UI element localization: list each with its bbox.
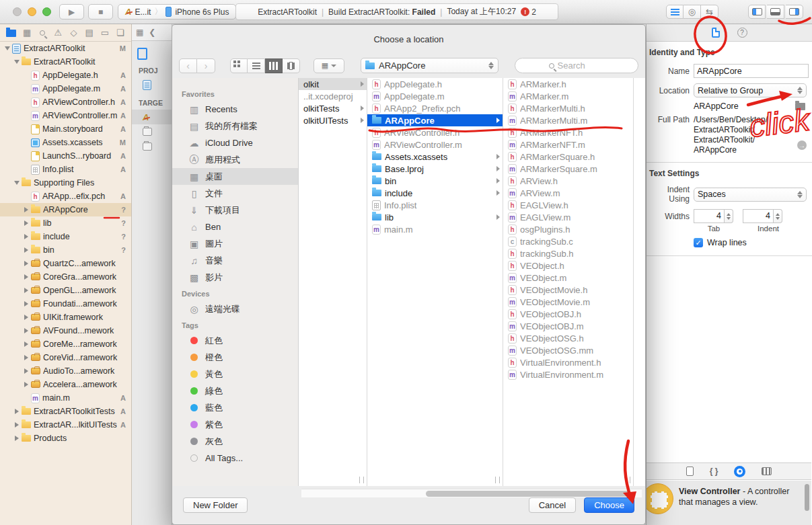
navigator-row[interactable]: UIKit.framework [0, 311, 131, 324]
wrap-lines-checkbox[interactable]: ✓ [694, 238, 703, 247]
version-editor-button[interactable]: ⇆ [701, 5, 718, 19]
sidebar-tag-item[interactable]: 灰色 [172, 433, 298, 450]
disclosure-triangle-icon[interactable] [24, 207, 28, 212]
browser-file-row[interactable]: hARMarkerMulti.h [503, 102, 633, 114]
browser-file-row[interactable]: hVirtualEnvironment.h [503, 356, 633, 368]
project-row[interactable] [132, 77, 172, 92]
stepper-arrows-icon[interactable] [725, 209, 733, 223]
navigator-row[interactable]: Accelera...amework [0, 378, 131, 391]
browser-file-row[interactable]: mARMarker.m [503, 90, 633, 102]
browser-file-row[interactable]: mVirtualEnvironment.m [503, 368, 633, 380]
sidebar-item-all-files[interactable]: ▤我的所有檔案 [172, 118, 298, 134]
toggle-navigator-button[interactable] [748, 5, 766, 19]
browser-file-row[interactable]: mmain.m [367, 223, 503, 235]
sidebar-item-applications[interactable]: Ⓐ應用程式 [172, 151, 298, 168]
forward-button[interactable]: › [197, 58, 215, 73]
list-view-button[interactable] [248, 58, 265, 73]
sidebar-item-pictures[interactable]: ▣圖片 [172, 235, 298, 252]
disclosure-triangle-icon[interactable] [24, 341, 28, 347]
browser-file-row[interactable]: htrackingSub.h [503, 247, 633, 259]
test-navigator-icon[interactable]: ◇ [69, 28, 78, 38]
file-template-library-icon[interactable] [686, 467, 694, 476]
symbol-navigator-icon[interactable]: ▦ [22, 28, 32, 38]
navigator-row[interactable]: hAppDelegate.hA [0, 69, 131, 82]
navigator-row[interactable]: ExtractARToolkitM [0, 42, 131, 55]
navigator-row[interactable]: ExtractARToolkit [0, 55, 131, 69]
browser-file-row[interactable]: hARApp2_Prefix.pch [367, 102, 503, 114]
navigator-row[interactable]: ExtractAR...lkitUITestsA [0, 418, 131, 432]
navigator-row[interactable]: Products [0, 432, 131, 445]
standard-editor-button[interactable] [666, 5, 684, 19]
open-path-arrow-icon[interactable]: → [797, 140, 807, 150]
sidebar-tag-item[interactable]: 藍色 [172, 399, 298, 416]
browser-file-row[interactable]: hVEObject.h [503, 259, 633, 272]
quick-help-icon[interactable]: ? [737, 28, 747, 38]
browser-file-row[interactable]: hVEObjectMovie.h [503, 284, 633, 296]
navigator-row[interactable]: hARViewController.hA [0, 95, 131, 109]
browser-file-row[interactable]: mVEObject.m [503, 272, 633, 284]
browser-file-row[interactable]: olkitUITests [299, 114, 367, 126]
scheme-destination[interactable]: iPhone 6s Plus [175, 7, 229, 17]
navigator-row[interactable]: Info.plistA [0, 163, 131, 176]
browser-file-row[interactable]: hVEObjectOBJ.h [503, 308, 633, 320]
navigator-row[interactable]: Supporting Files [0, 176, 131, 190]
disclosure-triangle-icon[interactable] [24, 247, 28, 253]
browser-file-row[interactable]: include [367, 187, 503, 199]
name-field[interactable] [694, 64, 809, 78]
navigator-row[interactable]: Assets.xcassetsM [0, 136, 131, 149]
search-input[interactable] [558, 60, 605, 71]
sidebar-item-movies[interactable]: ▩影片 [172, 269, 298, 286]
navigator-row[interactable]: LaunchS...ryboardA [0, 149, 131, 163]
browser-file-row[interactable]: hosgPlugins.h [503, 223, 633, 235]
disclosure-triangle-icon[interactable] [24, 382, 28, 387]
disclosure-triangle-icon[interactable] [15, 409, 19, 414]
disclosure-triangle-icon[interactable] [15, 436, 19, 441]
navigator-row[interactable]: CoreGra...amework [0, 270, 131, 284]
browser-file-row[interactable]: mVEObjectOBJ.m [503, 320, 633, 332]
sidebar-item-all-tags[interactable]: All Tags... [172, 450, 298, 467]
navigator-row[interactable]: mAppDelegate.mA [0, 82, 131, 95]
sidebar-item-downloads[interactable]: ⇓下載項目 [172, 202, 298, 218]
column-resize-handle[interactable] [626, 477, 630, 483]
browser-file-row[interactable]: ..it.xcodeproj [299, 90, 367, 102]
sidebar-tag-item[interactable]: 黃色 [172, 366, 298, 382]
browser-file-row[interactable]: mEAGLView.m [503, 211, 633, 223]
path-popup[interactable]: ARAppCore [361, 58, 499, 73]
browser-file-row[interactable]: hARMarkerNFT.h [503, 126, 633, 138]
disclosure-triangle-icon[interactable] [24, 368, 28, 374]
browser-file-row[interactable]: mARMarkerMulti.m [503, 114, 633, 126]
location-popup[interactable]: Relative to Group [694, 83, 807, 97]
error-count-badge[interactable]: ! 2 [521, 7, 536, 17]
browser-file-row[interactable]: lib [367, 211, 503, 223]
navigator-row[interactable]: include? [0, 230, 131, 243]
navigator-row[interactable]: Foundati...amework [0, 297, 131, 311]
toggle-utilities-button[interactable] [786, 5, 803, 19]
breakpoint-navigator-icon[interactable]: ▭ [100, 28, 110, 38]
navigator-row[interactable]: CoreMe...ramework [0, 337, 131, 351]
assistant-editor-button[interactable]: ◎ [684, 5, 701, 19]
navigator-row[interactable]: CoreVid...ramework [0, 351, 131, 364]
scheme-selector[interactable]: A E...it 〉 iPhone 6s Plus [118, 4, 236, 19]
disclosure-triangle-icon[interactable] [24, 355, 28, 360]
browser-file-row[interactable]: Base.lproj [367, 163, 503, 175]
browser-file-row[interactable]: mVEObjectMovie.m [503, 296, 633, 308]
target-row[interactable] [132, 124, 172, 139]
disclosure-triangle-icon[interactable] [14, 60, 20, 64]
scheme-name[interactable]: E...it [135, 7, 151, 17]
navigator-row[interactable]: Main.storyboardA [0, 122, 131, 136]
column-resize-handle[interactable] [359, 477, 364, 483]
back-button[interactable]: ‹ [179, 58, 197, 73]
disclosure-triangle-icon[interactable] [24, 315, 28, 320]
browser-file-row[interactable]: Info.plist [367, 199, 503, 211]
zoom-icon[interactable] [42, 7, 51, 16]
related-items-icon[interactable]: ▦ [136, 28, 143, 37]
disclosure-triangle-icon[interactable] [24, 288, 28, 293]
target-row[interactable]: A [132, 110, 172, 124]
issue-navigator-icon[interactable]: ⚠ [53, 28, 63, 38]
icon-view-button[interactable] [230, 58, 248, 73]
search-field[interactable] [515, 58, 638, 73]
navigator-row[interactable]: bin? [0, 243, 131, 257]
navigator-row[interactable]: lib? [0, 216, 131, 230]
disclosure-triangle-icon[interactable] [15, 422, 19, 428]
coverflow-view-button[interactable] [283, 58, 300, 73]
